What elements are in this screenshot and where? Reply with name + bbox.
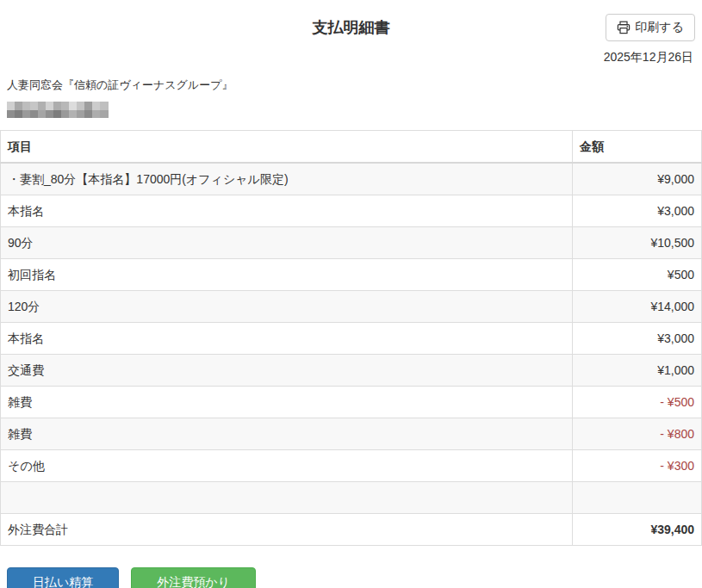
item-cell: 90分 [1,227,573,259]
outsourcing-deposit-button[interactable]: 外注費預かり [131,567,256,588]
column-header-item: 項目 [1,131,573,164]
item-cell: 120分 [1,291,573,323]
item-cell: 雑費 [1,387,573,418]
payment-statement-page: 支払明細書 印刷する 2025年12月26日 人妻同窓会『信頼の証ヴィーナスグル… [0,0,702,588]
header: 支払明細書 印刷する 2025年12月26日 [0,0,702,65]
printer-icon [617,21,631,34]
amount-cell: ¥9,000 [573,163,702,195]
amount-cell: - ¥500 [573,387,702,418]
amount-cell: ¥39,400 [573,514,702,546]
table-row: 本指名 ¥3,000 [1,195,702,227]
table-row: 初回指名 ¥500 [1,259,702,291]
page-title: 支払明細書 [0,17,702,38]
item-cell: 本指名 [1,323,573,355]
table-row: その他 - ¥300 [1,450,702,482]
redacted-name [7,102,702,121]
amount-cell: - ¥800 [573,418,702,450]
table-row: 雑費 - ¥500 [1,387,702,418]
item-cell [1,482,573,514]
item-cell: 初回指名 [1,259,573,291]
amount-cell: ¥3,000 [573,195,702,227]
print-button-label: 印刷する [635,20,684,35]
table-row: 本指名 ¥3,000 [1,323,702,355]
item-cell: その他 [1,450,573,482]
table-row: 交通費 ¥1,000 [1,355,702,387]
column-header-amount: 金額 [573,131,702,164]
print-button[interactable]: 印刷する [606,14,695,41]
statement-table: 項目 金額 ・妻割_80分【本指名】17000円(オフィシャル限定) ¥9,00… [0,130,702,546]
amount-cell: ¥14,000 [573,291,702,323]
shop-name: 人妻同窓会『信頼の証ヴィーナスグループ』 [7,77,702,93]
item-cell: 交通費 [1,355,573,387]
footer-actions: 日払い精算 外注費預かり [7,567,702,588]
amount-cell: - ¥300 [573,450,702,482]
amount-cell: ¥3,000 [573,323,702,355]
amount-cell: ¥500 [573,259,702,291]
item-cell: 外注費合計 [1,514,573,546]
item-cell: 本指名 [1,195,573,227]
daily-settlement-button[interactable]: 日払い精算 [7,567,119,588]
item-cell: 雑費 [1,418,573,450]
table-row: 120分 ¥14,000 [1,291,702,323]
table-row: 90分 ¥10,500 [1,227,702,259]
table-row-empty [1,482,702,514]
item-cell: ・妻割_80分【本指名】17000円(オフィシャル限定) [1,163,573,195]
table-row: ・妻割_80分【本指名】17000円(オフィシャル限定) ¥9,000 [1,163,702,195]
amount-cell [573,482,702,514]
table-row-total: 外注費合計 ¥39,400 [1,514,702,546]
table-header-row: 項目 金額 [1,131,702,164]
table-row: 雑費 - ¥800 [1,418,702,450]
statement-date: 2025年12月26日 [0,50,693,65]
amount-cell: ¥1,000 [573,355,702,387]
amount-cell: ¥10,500 [573,227,702,259]
